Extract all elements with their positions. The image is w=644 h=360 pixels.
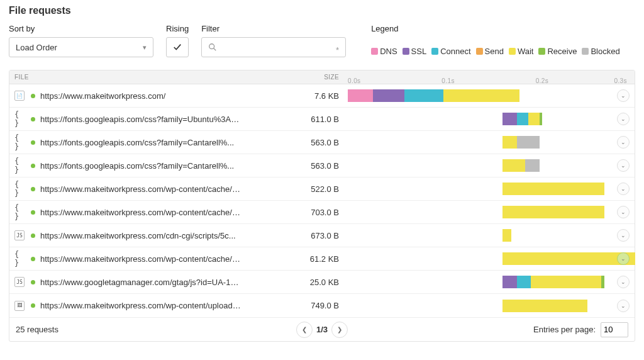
next-page-button[interactable]: ❯ — [331, 322, 348, 338]
request-url[interactable]: https://fonts.googleapis.com/css?family=… — [40, 161, 234, 171]
waterfall-cell: ⌄ — [348, 228, 630, 242]
entries-input[interactable] — [601, 322, 628, 337]
legend-swatch — [582, 48, 589, 55]
waterfall-segment — [443, 89, 519, 102]
expand-button[interactable]: ⌄ — [617, 159, 630, 172]
request-url[interactable]: https://www.makeitworkpress.com/wp-conte… — [40, 301, 241, 310]
waterfall-segment — [517, 276, 531, 288]
status-dot — [31, 303, 35, 308]
expand-button[interactable]: ⌄ — [617, 252, 630, 265]
request-url[interactable]: https://www.makeitworkpress.com/wp-conte… — [40, 254, 241, 264]
expand-button[interactable]: ⌄ — [617, 89, 630, 102]
expand-button[interactable]: ⌄ — [617, 136, 630, 149]
size-cell: 7.6 KB — [241, 91, 348, 101]
file-type-icon: { } — [14, 114, 25, 124]
expand-button[interactable]: ⌄ — [617, 113, 630, 125]
legend-item: SSL — [402, 47, 427, 56]
status-dot — [31, 164, 35, 168]
waterfall-cell: ⌄ — [348, 135, 630, 149]
waterfall-segment — [528, 113, 540, 125]
legend-swatch — [371, 48, 378, 55]
file-type-icon: { } — [14, 160, 25, 171]
legend-text: Send — [485, 47, 504, 56]
legend-text: Wait — [518, 47, 534, 56]
waterfall-segment — [502, 229, 511, 242]
size-cell: 563.0 B — [241, 161, 348, 171]
chevron-down-icon: ▾ — [143, 43, 147, 52]
expand-button[interactable]: ⌄ — [617, 183, 630, 195]
legend-item: Receive — [538, 47, 577, 56]
rising-toggle[interactable] — [166, 37, 189, 57]
table-row: { }https://www.makeitworkpress.com/wp-co… — [9, 177, 635, 201]
waterfall-segment — [540, 113, 542, 125]
waterfall-cell: ⌄ — [348, 205, 630, 219]
request-url[interactable]: https://fonts.googleapis.com/css?family=… — [40, 138, 234, 147]
prev-page-button[interactable]: ❮ — [296, 322, 313, 338]
waterfall-segment — [531, 276, 601, 288]
file-type-icon: { } — [14, 184, 25, 194]
size-cell: 673.0 B — [241, 231, 348, 240]
legend-label: Legend — [371, 24, 623, 33]
legend-item: Send — [476, 47, 504, 56]
request-url[interactable]: https://www.makeitworkpress.com/cdn-cgi/… — [40, 231, 236, 240]
timeline-tick: 0.1s — [441, 77, 455, 84]
waterfall-segment — [348, 89, 373, 102]
timeline-tick: 0.2s — [536, 77, 549, 84]
expand-button[interactable]: ⌄ — [617, 276, 630, 288]
waterfall-segment — [517, 136, 540, 149]
size-cell: 749.0 B — [241, 301, 348, 310]
file-type-icon: JS — [14, 230, 25, 240]
size-cell: 703.0 B — [241, 208, 348, 217]
check-icon — [173, 43, 182, 52]
filter-label: Filter — [201, 24, 346, 33]
table-row: 🖼https://www.makeitworkpress.com/wp-cont… — [9, 294, 635, 317]
search-icon — [208, 43, 217, 52]
request-url[interactable]: https://www.makeitworkpress.com/ — [40, 91, 165, 101]
legend-text: Connect — [440, 47, 470, 56]
file-type-icon: { } — [14, 137, 25, 147]
sort-value: Load Order — [16, 43, 57, 52]
expand-button[interactable]: ⌄ — [617, 229, 630, 242]
waterfall-segment — [525, 159, 539, 172]
request-url[interactable]: https://www.makeitworkpress.com/wp-conte… — [40, 208, 241, 217]
table-row: { }https://www.makeitworkpress.com/wp-co… — [9, 201, 635, 224]
waterfall-cell: ⌄ — [348, 299, 630, 313]
expand-button[interactable]: ⌄ — [617, 300, 630, 312]
legend-text: Blocked — [591, 47, 619, 56]
filter-input[interactable]: * — [201, 37, 346, 57]
status-dot — [31, 140, 35, 145]
waterfall-segment — [517, 113, 528, 125]
request-url[interactable]: https://fonts.googleapis.com/css?family=… — [40, 115, 241, 124]
legend-item: DNS — [371, 47, 397, 56]
legend-row: DNSSSLConnectSendWaitReceiveBlocked — [371, 41, 623, 61]
size-cell: 25.0 KB — [241, 278, 348, 287]
legend-swatch — [476, 48, 483, 55]
legend-item: Blocked — [582, 47, 619, 56]
waterfall-segment — [502, 159, 525, 172]
waterfall-segment — [601, 276, 604, 288]
timeline-tick: 0.3s — [614, 77, 627, 84]
table-row: { }https://www.makeitworkpress.com/wp-co… — [9, 247, 635, 271]
sort-select[interactable]: Load Order ▾ — [9, 37, 153, 57]
table-row: { }https://fonts.googleapis.com/css?fami… — [9, 108, 635, 131]
legend-text: Receive — [547, 47, 577, 56]
status-dot — [31, 233, 35, 238]
waterfall-cell: ⌄ — [348, 252, 630, 266]
expand-button[interactable]: ⌄ — [617, 206, 630, 218]
table-row: { }https://fonts.googleapis.com/css?fami… — [9, 154, 635, 177]
requests-table: FILE SIZE 0.0s0.1s0.2s0.3s 📄https://www.… — [9, 70, 635, 342]
status-dot — [31, 117, 35, 121]
entries-per-page: Entries per page: — [533, 322, 628, 337]
request-url[interactable]: https://www.googletagmanager.com/gtag/js… — [40, 278, 241, 287]
table-row: 📄https://www.makeitworkpress.com/7.6 KB⌄ — [9, 84, 635, 108]
svg-line-1 — [214, 48, 216, 51]
file-type-icon: 🖼 — [14, 301, 25, 311]
filter-wildcard-icon: * — [336, 45, 339, 55]
svg-point-0 — [209, 44, 214, 49]
legend-text: SSL — [411, 47, 427, 56]
request-url[interactable]: https://www.makeitworkpress.com/wp-conte… — [40, 184, 241, 194]
status-dot — [31, 187, 35, 191]
waterfall-segment — [502, 276, 516, 288]
size-cell: 563.0 B — [241, 138, 348, 147]
status-dot — [31, 257, 35, 261]
